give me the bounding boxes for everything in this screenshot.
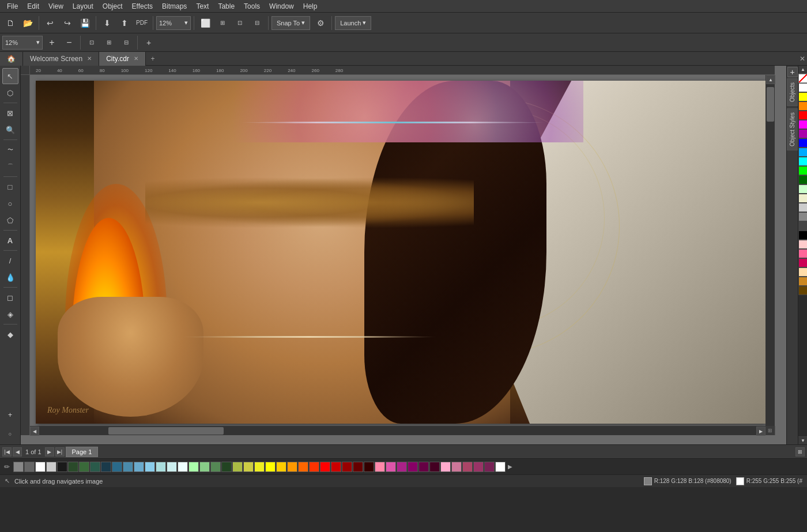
bottom-options-button[interactable]: ○	[2, 426, 18, 442]
menu-text[interactable]: Text	[191, 1, 213, 12]
palette-brown-light[interactable]	[798, 277, 807, 286]
swatch-7[interactable]	[79, 462, 89, 472]
launch-button[interactable]: Launch ▾	[335, 16, 371, 30]
swatch-42[interactable]	[462, 462, 473, 472]
palette-magenta[interactable]	[798, 120, 807, 129]
palette-violet[interactable]	[798, 129, 807, 138]
zoom-out-button[interactable]: −	[61, 35, 77, 51]
swatch-22[interactable]	[243, 462, 254, 472]
welcome-tab-close[interactable]: ✕	[87, 55, 92, 62]
zoom-input[interactable]: 12% ▾	[2, 36, 43, 50]
shape-tool-button[interactable]: ⬡	[2, 85, 18, 101]
ellipse-tool-button[interactable]: ○	[2, 195, 18, 212]
palette-white[interactable]	[798, 83, 807, 92]
zoom-dropdown-icon-2[interactable]: ▾	[36, 39, 40, 46]
swatch-29[interactable]	[320, 462, 330, 472]
view-options-button[interactable]: ⊟	[249, 15, 265, 31]
swatch-40[interactable]	[440, 462, 451, 472]
save-button[interactable]: 💾	[77, 15, 93, 31]
zoom-dropdown-icon[interactable]: ▾	[184, 19, 188, 27]
pan-button[interactable]: ⊞	[101, 35, 117, 51]
palette-no-fill[interactable]	[798, 74, 807, 83]
swatch-17[interactable]	[188, 462, 199, 472]
import-button[interactable]: ⬇	[99, 15, 115, 31]
eraser-tool-button[interactable]: ◻	[2, 289, 18, 305]
palette-orange[interactable]	[798, 101, 807, 111]
menu-view[interactable]: View	[44, 1, 68, 12]
palette-blue[interactable]	[798, 138, 807, 148]
scrollbar-horizontal[interactable]: ◀ ▶	[30, 426, 765, 435]
view-grid-button[interactable]: ⊞	[214, 15, 231, 31]
menu-object[interactable]: Object	[98, 1, 127, 12]
export-button[interactable]: ⬆	[116, 15, 133, 31]
rectangle-tool-button[interactable]: □	[2, 179, 18, 195]
palette-red[interactable]	[798, 111, 807, 120]
page-first-button[interactable]: |◀	[2, 447, 12, 456]
tab-home[interactable]: 🏠	[0, 52, 23, 66]
swatch-38[interactable]	[418, 462, 429, 472]
page-prev-button[interactable]: ◀	[13, 447, 22, 456]
palette-light-green[interactable]	[798, 184, 807, 194]
polygon-tool-button[interactable]: ⬠	[2, 212, 18, 228]
swatch-36[interactable]	[397, 462, 407, 472]
swatch-26[interactable]	[287, 462, 297, 472]
swatch-39[interactable]	[429, 462, 440, 472]
swatch-3[interactable]	[35, 462, 46, 472]
scroll-thumb-v[interactable]	[767, 87, 774, 122]
swatch-25[interactable]	[276, 462, 286, 472]
swatch-12[interactable]	[134, 462, 144, 472]
menu-table[interactable]: Table	[213, 1, 239, 12]
pdf-button[interactable]: PDF	[134, 15, 150, 31]
active-fill-swatch[interactable]	[13, 462, 24, 472]
swatch-9[interactable]	[101, 462, 111, 472]
menu-layout[interactable]: Layout	[68, 1, 98, 12]
snap-settings-button[interactable]: ⚙	[312, 15, 329, 31]
swatch-34[interactable]	[375, 462, 385, 472]
line-tool-button[interactable]: /	[2, 252, 18, 269]
zoom-tool-button[interactable]: 🔍	[2, 122, 18, 138]
menu-bitmaps[interactable]: Bitmaps	[157, 1, 191, 12]
open-button[interactable]: 📂	[20, 15, 36, 31]
tab-city[interactable]: City.cdr ✕	[99, 52, 146, 66]
zoom-all-button[interactable]: ⊟	[118, 35, 134, 51]
palette-gray-mid[interactable]	[798, 212, 807, 221]
swatch-43[interactable]	[473, 462, 484, 472]
add-tool-button[interactable]: +	[2, 406, 18, 422]
swatch-41[interactable]	[451, 462, 462, 472]
palette-gray-light[interactable]	[798, 203, 807, 212]
swatch-32[interactable]	[353, 462, 363, 472]
select-tool-button[interactable]: ↖	[2, 68, 18, 84]
close-button[interactable]: ✕	[798, 52, 807, 66]
swatch-4[interactable]	[46, 462, 56, 472]
swatch-2[interactable]	[24, 462, 35, 472]
add-toolbar-button[interactable]: +	[141, 35, 157, 51]
swatch-35[interactable]	[386, 462, 396, 472]
swatch-24[interactable]	[265, 462, 276, 472]
zoom-in-button[interactable]: +	[44, 35, 60, 51]
panel-add-button[interactable]: +	[787, 67, 798, 77]
zoom-fit-button[interactable]: ⊠	[795, 447, 805, 456]
new-button[interactable]: 🗋	[2, 15, 18, 31]
scroll-up-button[interactable]: ▲	[766, 75, 775, 84]
palette-brown[interactable]	[798, 286, 807, 295]
palette-yellow[interactable]	[798, 92, 807, 101]
snap-to-button[interactable]: Snap To ▾	[271, 16, 310, 30]
swatch-16[interactable]	[178, 462, 188, 472]
palette-cyan-blue[interactable]	[798, 148, 807, 157]
palette-more-button[interactable]: ▶	[506, 462, 514, 472]
palette-cyan[interactable]	[798, 157, 807, 166]
swatch-18[interactable]	[199, 462, 210, 472]
palette-gray-dark[interactable]	[798, 221, 807, 231]
palette-cream[interactable]	[798, 194, 807, 203]
swatch-19[interactable]	[210, 462, 221, 472]
swatch-45[interactable]	[495, 462, 506, 472]
swatch-44[interactable]	[484, 462, 495, 472]
page-1-tab[interactable]: Page 1	[66, 447, 99, 457]
swatch-30[interactable]	[331, 462, 341, 472]
tab-welcome[interactable]: Welcome Screen ✕	[23, 52, 99, 66]
swatch-10[interactable]	[112, 462, 122, 472]
crop-tool-button[interactable]: ⊠	[2, 105, 18, 121]
scrollbar-vertical[interactable]: ▲ ▼	[765, 75, 775, 435]
ruler-button[interactable]: ⊡	[232, 15, 248, 31]
scroll-left-button[interactable]: ◀	[30, 427, 39, 436]
